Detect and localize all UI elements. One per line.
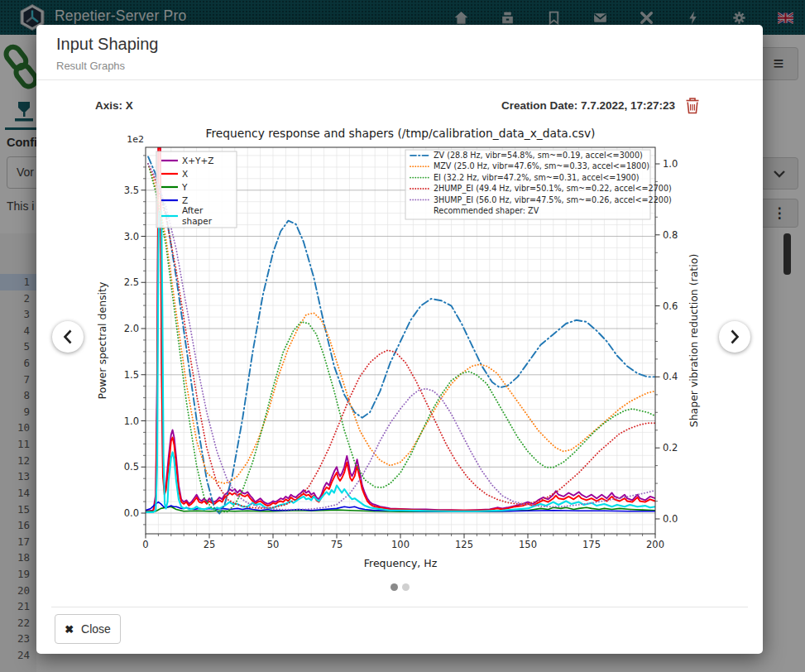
y-right-label: Shaper vibration reduction (ratio) bbox=[688, 254, 700, 428]
carousel-dot-1[interactable] bbox=[391, 583, 398, 591]
dialog-title: Input Shaping bbox=[56, 35, 158, 54]
close-button-label: Close bbox=[81, 622, 111, 636]
svg-text:3HUMP_EI (56.0 Hz, vibr=47.5%,: 3HUMP_EI (56.0 Hz, vibr=47.5%, sm~=0.26,… bbox=[434, 195, 672, 205]
svg-text:3.5: 3.5 bbox=[124, 185, 139, 196]
svg-text:ZV (28.8 Hz, vibr=54.8%, sm~=0: ZV (28.8 Hz, vibr=54.8%, sm~=0.19, accel… bbox=[434, 151, 643, 160]
svg-text:2HUMP_EI (49.4 Hz, vibr=50.1%,: 2HUMP_EI (49.4 Hz, vibr=50.1%, sm~=0.22,… bbox=[434, 184, 672, 194]
svg-text:25: 25 bbox=[204, 539, 216, 550]
svg-text:0.4: 0.4 bbox=[663, 371, 678, 382]
x-axis-label: Frequency, Hz bbox=[364, 557, 438, 569]
svg-text:2.5: 2.5 bbox=[124, 276, 139, 288]
chevron-right-icon bbox=[728, 329, 741, 345]
carousel-prev-button[interactable] bbox=[52, 321, 84, 353]
svg-text:Z: Z bbox=[182, 195, 188, 205]
dialog-header: Input Shaping Result Graphs bbox=[36, 25, 763, 80]
axis-label: Axis: X bbox=[95, 99, 133, 112]
svg-text:shaper: shaper bbox=[182, 216, 213, 226]
svg-text:50: 50 bbox=[267, 539, 280, 550]
svg-text:0: 0 bbox=[142, 539, 148, 550]
svg-text:1.5: 1.5 bbox=[124, 369, 139, 381]
svg-text:150: 150 bbox=[519, 539, 537, 550]
close-button[interactable]: ✖ Close bbox=[55, 614, 121, 644]
carousel-dot-2[interactable] bbox=[402, 583, 410, 591]
svg-text:0.2: 0.2 bbox=[663, 442, 678, 454]
footer-divider bbox=[51, 607, 748, 607]
svg-text:0.5: 0.5 bbox=[124, 461, 139, 473]
legend-right: ZV (28.8 Hz, vibr=54.8%, sm~=0.19, accel… bbox=[405, 150, 672, 219]
svg-text:0.8: 0.8 bbox=[663, 229, 678, 241]
creation-date-label: Creation Date: 7.7.2022, 17:27:23 bbox=[501, 99, 675, 112]
frequency-response-chart: 02550751001251501752000.00.51.01.52.02.5… bbox=[95, 124, 705, 577]
result-graph: 02550751001251501752000.00.51.01.52.02.5… bbox=[95, 124, 705, 577]
svg-text:3.0: 3.0 bbox=[124, 231, 139, 242]
dialog-subtitle: Result Graphs bbox=[56, 60, 125, 72]
legend-left: X+Y+ZXYZAftershaper bbox=[156, 151, 237, 228]
carousel-dots bbox=[36, 583, 763, 591]
y-left-label: Power spectral density bbox=[96, 281, 108, 399]
chevron-left-icon bbox=[61, 329, 74, 345]
carousel-next-button[interactable] bbox=[719, 321, 750, 353]
svg-text:Y: Y bbox=[181, 182, 188, 192]
svg-text:X: X bbox=[182, 169, 188, 179]
svg-text:2.0: 2.0 bbox=[124, 323, 139, 334]
svg-text:0.0: 0.0 bbox=[663, 513, 678, 525]
svg-text:X+Y+Z: X+Y+Z bbox=[182, 156, 213, 166]
axis-multiplier: 1e2 bbox=[127, 134, 144, 145]
input-shaping-dialog: Input Shaping Result Graphs Axis: X Crea… bbox=[36, 25, 763, 654]
svg-text:0.0: 0.0 bbox=[124, 507, 139, 519]
svg-text:175: 175 bbox=[582, 539, 601, 550]
svg-text:1.0: 1.0 bbox=[124, 415, 139, 427]
close-x-icon: ✖ bbox=[65, 623, 74, 636]
recommended-shaper: Recommended shaper: ZV bbox=[434, 206, 539, 215]
screen: Repetier-Server Pro Config Vor This i 12… bbox=[0, 0, 805, 672]
svg-text:0.6: 0.6 bbox=[663, 300, 678, 312]
svg-text:125: 125 bbox=[455, 539, 473, 550]
svg-text:100: 100 bbox=[391, 539, 410, 550]
delete-result-button[interactable] bbox=[685, 97, 700, 114]
svg-text:EI (32.2 Hz, vibr=47.2%, sm~=0: EI (32.2 Hz, vibr=47.2%, sm~=0.31, accel… bbox=[434, 173, 640, 182]
svg-text:MZV (25.0 Hz, vibr=47.6%, sm~=: MZV (25.0 Hz, vibr=47.6%, sm~=0.33, acce… bbox=[434, 161, 649, 170]
svg-text:75: 75 bbox=[331, 539, 343, 550]
svg-text:After: After bbox=[182, 205, 204, 215]
svg-text:1.0: 1.0 bbox=[663, 158, 678, 170]
svg-text:200: 200 bbox=[646, 539, 664, 550]
chart-title: Frequency response and shapers (/tmp/cal… bbox=[206, 127, 596, 140]
